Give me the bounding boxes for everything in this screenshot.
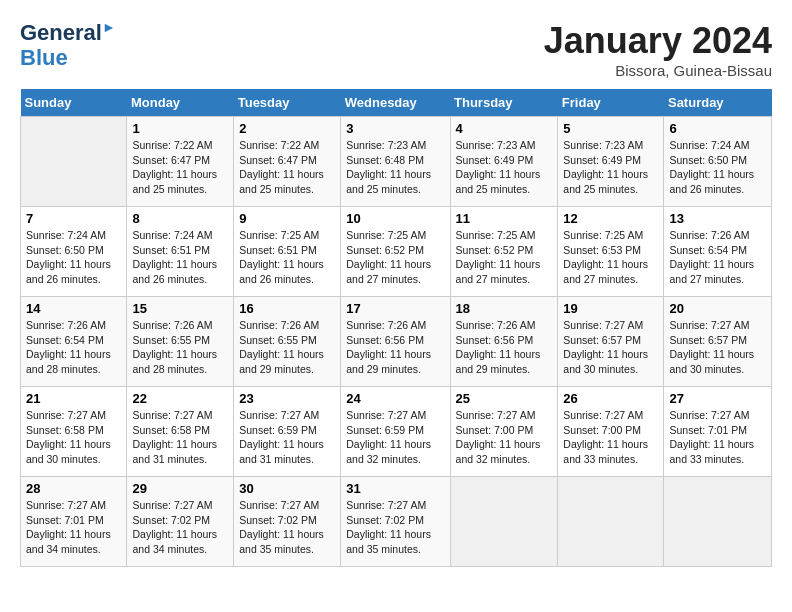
day-number: 30 bbox=[239, 481, 335, 496]
logo-text: General► bbox=[20, 20, 116, 46]
day-info: Sunrise: 7:27 AM Sunset: 7:00 PM Dayligh… bbox=[563, 408, 658, 467]
day-number: 12 bbox=[563, 211, 658, 226]
day-info: Sunrise: 7:22 AM Sunset: 6:47 PM Dayligh… bbox=[132, 138, 228, 197]
week-row-5: 28Sunrise: 7:27 AM Sunset: 7:01 PM Dayli… bbox=[21, 477, 772, 567]
day-number: 31 bbox=[346, 481, 444, 496]
day-number: 5 bbox=[563, 121, 658, 136]
weekday-monday: Monday bbox=[127, 89, 234, 117]
weekday-header-row: SundayMondayTuesdayWednesdayThursdayFrid… bbox=[21, 89, 772, 117]
day-number: 24 bbox=[346, 391, 444, 406]
day-info: Sunrise: 7:25 AM Sunset: 6:51 PM Dayligh… bbox=[239, 228, 335, 287]
weekday-friday: Friday bbox=[558, 89, 664, 117]
calendar-cell bbox=[450, 477, 558, 567]
calendar-cell: 31Sunrise: 7:27 AM Sunset: 7:02 PM Dayli… bbox=[341, 477, 450, 567]
day-info: Sunrise: 7:25 AM Sunset: 6:52 PM Dayligh… bbox=[456, 228, 553, 287]
calendar-cell: 22Sunrise: 7:27 AM Sunset: 6:58 PM Dayli… bbox=[127, 387, 234, 477]
day-info: Sunrise: 7:26 AM Sunset: 6:55 PM Dayligh… bbox=[132, 318, 228, 377]
day-number: 16 bbox=[239, 301, 335, 316]
day-info: Sunrise: 7:26 AM Sunset: 6:54 PM Dayligh… bbox=[669, 228, 766, 287]
calendar-cell: 10Sunrise: 7:25 AM Sunset: 6:52 PM Dayli… bbox=[341, 207, 450, 297]
day-number: 13 bbox=[669, 211, 766, 226]
calendar-cell: 28Sunrise: 7:27 AM Sunset: 7:01 PM Dayli… bbox=[21, 477, 127, 567]
calendar-cell: 25Sunrise: 7:27 AM Sunset: 7:00 PM Dayli… bbox=[450, 387, 558, 477]
day-number: 14 bbox=[26, 301, 121, 316]
day-info: Sunrise: 7:27 AM Sunset: 6:59 PM Dayligh… bbox=[346, 408, 444, 467]
calendar-cell: 1Sunrise: 7:22 AM Sunset: 6:47 PM Daylig… bbox=[127, 117, 234, 207]
calendar-cell: 23Sunrise: 7:27 AM Sunset: 6:59 PM Dayli… bbox=[234, 387, 341, 477]
logo-blue: Blue bbox=[20, 45, 68, 70]
calendar-cell: 24Sunrise: 7:27 AM Sunset: 6:59 PM Dayli… bbox=[341, 387, 450, 477]
location: Bissora, Guinea-Bissau bbox=[544, 62, 772, 79]
day-number: 11 bbox=[456, 211, 553, 226]
day-number: 15 bbox=[132, 301, 228, 316]
weekday-wednesday: Wednesday bbox=[341, 89, 450, 117]
day-info: Sunrise: 7:27 AM Sunset: 6:59 PM Dayligh… bbox=[239, 408, 335, 467]
calendar-cell: 8Sunrise: 7:24 AM Sunset: 6:51 PM Daylig… bbox=[127, 207, 234, 297]
week-row-4: 21Sunrise: 7:27 AM Sunset: 6:58 PM Dayli… bbox=[21, 387, 772, 477]
day-info: Sunrise: 7:27 AM Sunset: 6:58 PM Dayligh… bbox=[26, 408, 121, 467]
calendar-cell: 20Sunrise: 7:27 AM Sunset: 6:57 PM Dayli… bbox=[664, 297, 772, 387]
weekday-tuesday: Tuesday bbox=[234, 89, 341, 117]
day-number: 26 bbox=[563, 391, 658, 406]
calendar-table: SundayMondayTuesdayWednesdayThursdayFrid… bbox=[20, 89, 772, 567]
calendar-cell: 21Sunrise: 7:27 AM Sunset: 6:58 PM Dayli… bbox=[21, 387, 127, 477]
day-number: 3 bbox=[346, 121, 444, 136]
day-number: 7 bbox=[26, 211, 121, 226]
day-number: 20 bbox=[669, 301, 766, 316]
day-number: 21 bbox=[26, 391, 121, 406]
title-area: January 2024 Bissora, Guinea-Bissau bbox=[544, 20, 772, 79]
day-info: Sunrise: 7:25 AM Sunset: 6:52 PM Dayligh… bbox=[346, 228, 444, 287]
day-info: Sunrise: 7:26 AM Sunset: 6:54 PM Dayligh… bbox=[26, 318, 121, 377]
calendar-cell: 30Sunrise: 7:27 AM Sunset: 7:02 PM Dayli… bbox=[234, 477, 341, 567]
day-info: Sunrise: 7:22 AM Sunset: 6:47 PM Dayligh… bbox=[239, 138, 335, 197]
day-number: 9 bbox=[239, 211, 335, 226]
calendar-cell: 9Sunrise: 7:25 AM Sunset: 6:51 PM Daylig… bbox=[234, 207, 341, 297]
day-number: 6 bbox=[669, 121, 766, 136]
day-number: 8 bbox=[132, 211, 228, 226]
calendar-cell: 5Sunrise: 7:23 AM Sunset: 6:49 PM Daylig… bbox=[558, 117, 664, 207]
calendar-cell: 7Sunrise: 7:24 AM Sunset: 6:50 PM Daylig… bbox=[21, 207, 127, 297]
day-number: 4 bbox=[456, 121, 553, 136]
day-number: 28 bbox=[26, 481, 121, 496]
day-number: 2 bbox=[239, 121, 335, 136]
calendar-cell: 11Sunrise: 7:25 AM Sunset: 6:52 PM Dayli… bbox=[450, 207, 558, 297]
day-info: Sunrise: 7:26 AM Sunset: 6:56 PM Dayligh… bbox=[456, 318, 553, 377]
day-number: 22 bbox=[132, 391, 228, 406]
day-info: Sunrise: 7:27 AM Sunset: 7:02 PM Dayligh… bbox=[346, 498, 444, 557]
day-number: 18 bbox=[456, 301, 553, 316]
calendar-cell: 2Sunrise: 7:22 AM Sunset: 6:47 PM Daylig… bbox=[234, 117, 341, 207]
month-title: January 2024 bbox=[544, 20, 772, 62]
day-info: Sunrise: 7:27 AM Sunset: 7:01 PM Dayligh… bbox=[669, 408, 766, 467]
calendar-cell bbox=[664, 477, 772, 567]
calendar-cell: 12Sunrise: 7:25 AM Sunset: 6:53 PM Dayli… bbox=[558, 207, 664, 297]
day-info: Sunrise: 7:25 AM Sunset: 6:53 PM Dayligh… bbox=[563, 228, 658, 287]
day-number: 10 bbox=[346, 211, 444, 226]
day-number: 19 bbox=[563, 301, 658, 316]
calendar-cell bbox=[558, 477, 664, 567]
day-info: Sunrise: 7:27 AM Sunset: 7:00 PM Dayligh… bbox=[456, 408, 553, 467]
weekday-thursday: Thursday bbox=[450, 89, 558, 117]
calendar-cell: 3Sunrise: 7:23 AM Sunset: 6:48 PM Daylig… bbox=[341, 117, 450, 207]
page-header: General► Blue January 2024 Bissora, Guin… bbox=[20, 20, 772, 79]
day-info: Sunrise: 7:27 AM Sunset: 6:57 PM Dayligh… bbox=[669, 318, 766, 377]
day-info: Sunrise: 7:23 AM Sunset: 6:48 PM Dayligh… bbox=[346, 138, 444, 197]
day-number: 29 bbox=[132, 481, 228, 496]
calendar-cell: 26Sunrise: 7:27 AM Sunset: 7:00 PM Dayli… bbox=[558, 387, 664, 477]
day-info: Sunrise: 7:24 AM Sunset: 6:51 PM Dayligh… bbox=[132, 228, 228, 287]
week-row-3: 14Sunrise: 7:26 AM Sunset: 6:54 PM Dayli… bbox=[21, 297, 772, 387]
day-info: Sunrise: 7:27 AM Sunset: 7:02 PM Dayligh… bbox=[239, 498, 335, 557]
day-info: Sunrise: 7:24 AM Sunset: 6:50 PM Dayligh… bbox=[26, 228, 121, 287]
day-number: 27 bbox=[669, 391, 766, 406]
week-row-1: 1Sunrise: 7:22 AM Sunset: 6:47 PM Daylig… bbox=[21, 117, 772, 207]
day-info: Sunrise: 7:27 AM Sunset: 6:58 PM Dayligh… bbox=[132, 408, 228, 467]
day-info: Sunrise: 7:27 AM Sunset: 7:01 PM Dayligh… bbox=[26, 498, 121, 557]
logo: General► Blue bbox=[20, 20, 116, 70]
calendar-cell: 16Sunrise: 7:26 AM Sunset: 6:55 PM Dayli… bbox=[234, 297, 341, 387]
calendar-cell: 4Sunrise: 7:23 AM Sunset: 6:49 PM Daylig… bbox=[450, 117, 558, 207]
week-row-2: 7Sunrise: 7:24 AM Sunset: 6:50 PM Daylig… bbox=[21, 207, 772, 297]
calendar-cell: 18Sunrise: 7:26 AM Sunset: 6:56 PM Dayli… bbox=[450, 297, 558, 387]
calendar-cell: 13Sunrise: 7:26 AM Sunset: 6:54 PM Dayli… bbox=[664, 207, 772, 297]
weekday-saturday: Saturday bbox=[664, 89, 772, 117]
calendar-cell: 29Sunrise: 7:27 AM Sunset: 7:02 PM Dayli… bbox=[127, 477, 234, 567]
day-info: Sunrise: 7:24 AM Sunset: 6:50 PM Dayligh… bbox=[669, 138, 766, 197]
